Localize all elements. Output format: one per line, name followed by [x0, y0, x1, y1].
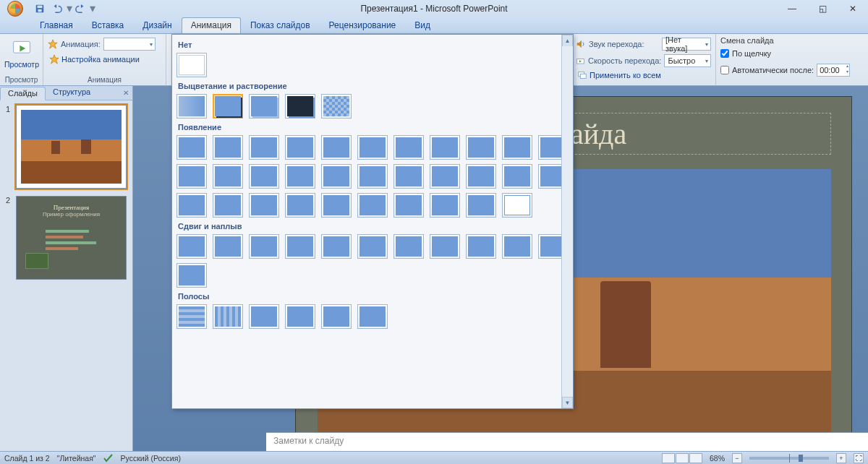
thumb-2[interactable]: 2 Презентация Пример оформления: [6, 196, 127, 280]
gallery-scroll-down[interactable]: ▼: [562, 397, 573, 408]
transition-push-9[interactable]: [466, 234, 496, 259]
view-sorter[interactable]: [676, 453, 689, 463]
transition-speed-combo[interactable]: Быстро: [664, 54, 711, 67]
animate-combo[interactable]: [103, 38, 156, 51]
transition-fade-5[interactable]: [321, 94, 352, 119]
transition-push-2[interactable]: [213, 234, 243, 259]
tab-design[interactable]: Дизайн: [133, 17, 181, 33]
transition-appear-19[interactable]: [430, 164, 460, 189]
tab-view[interactable]: Вид: [405, 17, 440, 33]
transition-appear-18[interactable]: [393, 164, 424, 189]
tab-animation[interactable]: Анимация: [182, 17, 241, 33]
preview-button[interactable]: Просмотр: [4, 36, 39, 71]
transition-fade-3[interactable]: [249, 94, 279, 119]
transition-appear-16[interactable]: [321, 164, 352, 189]
qat-redo-button[interactable]: [72, 1, 88, 16]
transition-fade-2[interactable]: [213, 94, 243, 119]
transition-appear-9[interactable]: [466, 135, 496, 160]
transition-push-4[interactable]: [285, 234, 315, 259]
transition-appear-26[interactable]: [285, 193, 315, 218]
transition-appear-17[interactable]: [357, 164, 388, 189]
transition-stripes-1[interactable]: [176, 304, 207, 329]
close-button[interactable]: ✕: [838, 0, 868, 17]
view-slideshow[interactable]: [689, 453, 702, 463]
status-language[interactable]: Русский (Россия): [121, 454, 181, 463]
minimize-button[interactable]: —: [777, 0, 807, 17]
on-click-checkbox[interactable]: По щелчку: [720, 46, 864, 61]
transition-push-5[interactable]: [321, 234, 352, 259]
transition-appear-21[interactable]: [502, 164, 532, 189]
thumb-2-preview[interactable]: Презентация Пример оформления: [16, 196, 127, 280]
gallery-scroll-up[interactable]: ▲: [562, 35, 573, 46]
zoom-fit[interactable]: ⛶: [854, 453, 864, 463]
transition-appear-10[interactable]: [502, 135, 532, 160]
auto-after-input[interactable]: [720, 66, 729, 74]
transition-stripes-2[interactable]: [213, 304, 243, 329]
transition-push-3[interactable]: [249, 234, 279, 259]
transition-push-12[interactable]: [176, 263, 207, 288]
transition-none[interactable]: [176, 53, 207, 77]
transition-appear-12[interactable]: [176, 164, 207, 189]
transition-appear-29[interactable]: [393, 193, 424, 218]
thumb-1[interactable]: 1: [6, 105, 127, 189]
qat-dropdown[interactable]: ▾: [90, 1, 94, 16]
custom-animation-button[interactable]: Настройка анимации: [48, 53, 161, 65]
notes-pane[interactable]: Заметки к слайду: [266, 432, 868, 451]
outline-tab[interactable]: Структура: [46, 86, 98, 100]
slides-tab[interactable]: Слайды: [0, 87, 46, 100]
transition-stripes-3[interactable]: [249, 304, 279, 329]
transition-stripes-6[interactable]: [357, 304, 388, 329]
tab-insert[interactable]: Вставка: [82, 17, 134, 33]
apply-to-all-button[interactable]: Применить ко всем: [576, 69, 711, 81]
transition-appear-8[interactable]: [430, 135, 460, 160]
transition-sound-combo[interactable]: [Нет звука]: [662, 38, 711, 51]
zoom-percent[interactable]: 68%: [710, 454, 725, 463]
on-click-input[interactable]: [720, 49, 729, 58]
view-normal[interactable]: [662, 453, 675, 463]
auto-after-checkbox[interactable]: Автоматически после: 00:00: [720, 62, 864, 78]
transition-push-10[interactable]: [502, 234, 532, 259]
transition-stripes-4[interactable]: [285, 304, 315, 329]
zoom-out[interactable]: −: [732, 453, 742, 463]
office-button[interactable]: [3, 0, 27, 17]
transition-appear-2[interactable]: [213, 135, 243, 160]
transition-push-7[interactable]: [393, 234, 424, 259]
transition-push-6[interactable]: [357, 234, 388, 259]
transition-appear-30[interactable]: [430, 193, 460, 218]
transition-appear-6[interactable]: [357, 135, 388, 160]
transition-appear-28[interactable]: [357, 193, 388, 218]
transition-appear-3[interactable]: [249, 135, 279, 160]
transition-appear-24[interactable]: [213, 193, 243, 218]
transition-fade-1[interactable]: [176, 94, 207, 119]
tab-review[interactable]: Рецензирование: [320, 17, 406, 33]
transition-appear-7[interactable]: [393, 135, 424, 160]
transition-appear-15[interactable]: [285, 164, 315, 189]
qat-save-button[interactable]: [32, 1, 48, 16]
transition-appear-4[interactable]: [285, 135, 315, 160]
transition-appear-14[interactable]: [249, 164, 279, 189]
transition-appear-5[interactable]: [321, 135, 352, 160]
transition-appear-32[interactable]: [502, 193, 532, 218]
transition-appear-31[interactable]: [466, 193, 496, 218]
zoom-slider[interactable]: [749, 457, 829, 460]
transition-appear-23[interactable]: [176, 193, 207, 218]
transition-appear-13[interactable]: [213, 164, 243, 189]
on-click-label: По щелчку: [732, 49, 771, 58]
slides-pane-close[interactable]: ✕: [119, 86, 132, 100]
thumb-1-preview[interactable]: [16, 105, 127, 189]
transition-push-1[interactable]: [176, 234, 207, 259]
transition-appear-20[interactable]: [466, 164, 496, 189]
transition-appear-25[interactable]: [249, 193, 279, 218]
zoom-in[interactable]: +: [836, 453, 846, 463]
transition-push-8[interactable]: [430, 234, 460, 259]
auto-after-time[interactable]: 00:00: [817, 64, 850, 77]
tab-slideshow[interactable]: Показ слайдов: [241, 17, 320, 33]
transition-stripes-5[interactable]: [321, 304, 352, 329]
transition-appear-27[interactable]: [321, 193, 352, 218]
tab-home[interactable]: Главная: [30, 17, 82, 33]
transition-fade-4[interactable]: [285, 94, 315, 119]
maximize-button[interactable]: ◱: [807, 0, 838, 17]
qat-undo-button[interactable]: [49, 1, 65, 16]
gallery-scrollbar[interactable]: ▲ ▼: [561, 35, 573, 408]
transition-appear-1[interactable]: [176, 135, 207, 160]
